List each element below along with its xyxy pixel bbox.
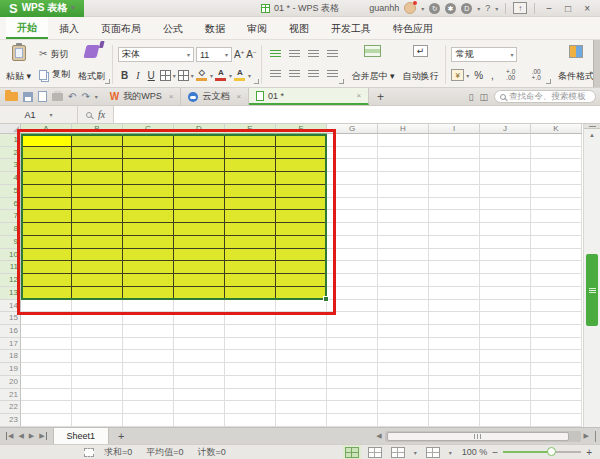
cell-B19[interactable]: [72, 363, 123, 376]
font-size-select[interactable]: 11▾: [196, 47, 232, 62]
cell-C11[interactable]: [123, 261, 174, 274]
font-name-select[interactable]: 宋体▾: [118, 47, 194, 62]
borders-dropdown-icon[interactable]: ▾: [173, 72, 176, 79]
cell-I15[interactable]: [429, 312, 480, 325]
row-header-5[interactable]: 5: [0, 185, 21, 198]
cell-B18[interactable]: [72, 350, 123, 363]
cell-B13[interactable]: [72, 287, 123, 300]
open-icon[interactable]: [5, 92, 18, 101]
export-icon[interactable]: [38, 91, 47, 102]
cell-F11[interactable]: [276, 261, 327, 274]
cell-J20[interactable]: [480, 376, 531, 389]
row-header-7[interactable]: 7: [0, 210, 21, 223]
cell-H20[interactable]: [378, 376, 429, 389]
cell-J1[interactable]: [480, 134, 531, 147]
cell-H22[interactable]: [378, 401, 429, 414]
cell-J4[interactable]: [480, 172, 531, 185]
comma-button[interactable]: ,: [488, 69, 497, 82]
fill-color-button[interactable]: ◇: [196, 69, 208, 81]
cell-I4[interactable]: [429, 172, 480, 185]
fullscreen-view-button[interactable]: [426, 447, 440, 458]
cell-H21[interactable]: [378, 389, 429, 402]
cell-K22[interactable]: [531, 401, 582, 414]
cell-B3[interactable]: [72, 159, 123, 172]
row-header-13[interactable]: 13: [0, 287, 21, 300]
cell-E19[interactable]: [225, 363, 276, 376]
cell-B6[interactable]: [72, 198, 123, 211]
cell-A23[interactable]: [21, 414, 72, 427]
cell-A6[interactable]: [21, 198, 72, 211]
draw-border-dropdown-icon[interactable]: ▾: [191, 72, 194, 79]
currency-dropdown-icon[interactable]: ▾: [466, 72, 469, 79]
name-box-dropdown-icon[interactable]: ▾: [50, 111, 53, 118]
row-header-9[interactable]: 9: [0, 236, 21, 249]
cell-E18[interactable]: [225, 350, 276, 363]
row-header-11[interactable]: 11: [0, 261, 21, 274]
increase-font-button[interactable]: A+: [234, 49, 244, 60]
col-header-B[interactable]: B: [72, 124, 123, 134]
cell-G5[interactable]: [327, 185, 378, 198]
zoom-out-button[interactable]: −: [492, 447, 498, 458]
cell-K2[interactable]: [531, 147, 582, 160]
hide-ribbon-icon[interactable]: ↑: [513, 2, 527, 14]
cell-D13[interactable]: [174, 287, 225, 300]
cell-B10[interactable]: [72, 249, 123, 262]
cell-J10[interactable]: [480, 249, 531, 262]
cell-I6[interactable]: [429, 198, 480, 211]
cell-D4[interactable]: [174, 172, 225, 185]
close-tab-icon[interactable]: ×: [356, 91, 361, 100]
row-header-2[interactable]: 2: [0, 147, 21, 160]
scroll-right-icon[interactable]: ▶: [584, 432, 589, 440]
cell-J14[interactable]: [480, 300, 531, 313]
format-painter-button[interactable]: 格式刷: [74, 42, 109, 87]
cell-I14[interactable]: [429, 300, 480, 313]
cell-H16[interactable]: [378, 325, 429, 338]
cell-C6[interactable]: [123, 198, 174, 211]
layout-switch-icon[interactable]: ◫: [479, 92, 488, 102]
row-header-1[interactable]: 1: [0, 134, 21, 147]
cell-A15[interactable]: [21, 312, 72, 325]
fill-color-dropdown-icon[interactable]: ▾: [210, 72, 213, 79]
col-header-K[interactable]: K: [531, 124, 582, 134]
cell-A19[interactable]: [21, 363, 72, 376]
row-header-3[interactable]: 3: [0, 159, 21, 172]
row-header-21[interactable]: 21: [0, 389, 21, 402]
cell-H12[interactable]: [378, 274, 429, 287]
cell-K10[interactable]: [531, 249, 582, 262]
cell-D18[interactable]: [174, 350, 225, 363]
cell-K3[interactable]: [531, 159, 582, 172]
cell-G15[interactable]: [327, 312, 378, 325]
cell-J19[interactable]: [480, 363, 531, 376]
col-header-F[interactable]: F: [276, 124, 327, 134]
cell-F18[interactable]: [276, 350, 327, 363]
align-top-icon[interactable]: [270, 50, 281, 59]
col-header-E[interactable]: E: [225, 124, 276, 134]
cell-B12[interactable]: [72, 274, 123, 287]
cell-K17[interactable]: [531, 338, 582, 351]
cell-F5[interactable]: [276, 185, 327, 198]
cell-C10[interactable]: [123, 249, 174, 262]
cell-H6[interactable]: [378, 198, 429, 211]
cell-E17[interactable]: [225, 338, 276, 351]
cell-F17[interactable]: [276, 338, 327, 351]
cell-G23[interactable]: [327, 414, 378, 427]
paste-button[interactable]: 粘贴 ▾: [2, 42, 35, 87]
cell-B22[interactable]: [72, 401, 123, 414]
cell-B8[interactable]: [72, 223, 123, 236]
doc-tab-2[interactable]: 云文档×: [181, 88, 249, 105]
cell-D16[interactable]: [174, 325, 225, 338]
page-break-view-button[interactable]: [368, 447, 382, 458]
cell-E16[interactable]: [225, 325, 276, 338]
row-header-22[interactable]: 22: [0, 401, 21, 414]
view-dropdown-icon[interactable]: ▾: [414, 449, 417, 456]
col-header-H[interactable]: H: [378, 124, 429, 134]
cell-I20[interactable]: [429, 376, 480, 389]
cell-B21[interactable]: [72, 389, 123, 402]
underline-button[interactable]: U: [145, 69, 158, 82]
align-middle-icon[interactable]: [289, 50, 300, 59]
cell-J3[interactable]: [480, 159, 531, 172]
cell-C7[interactable]: [123, 210, 174, 223]
cell-I1[interactable]: [429, 134, 480, 147]
cell-J15[interactable]: [480, 312, 531, 325]
ribbon-tab-5[interactable]: 数据: [194, 17, 236, 39]
